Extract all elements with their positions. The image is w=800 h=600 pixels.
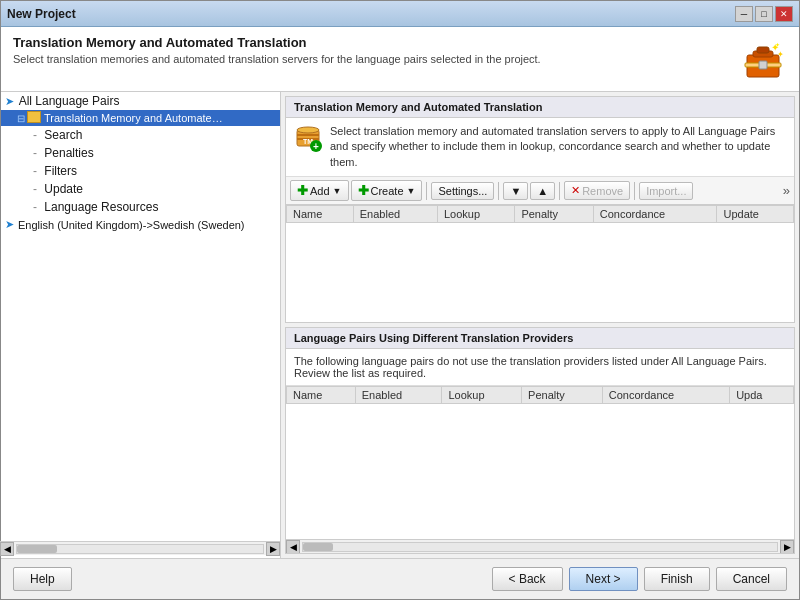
move-up-button[interactable]: ▲	[530, 182, 555, 200]
left-scroll-right-btn[interactable]: ▶	[266, 542, 280, 556]
create-plus-icon: ✚	[358, 183, 369, 198]
settings-button[interactable]: Settings...	[431, 182, 494, 200]
header-text: Translation Memory and Automated Transla…	[13, 35, 541, 65]
col-lookup: Lookup	[437, 206, 514, 223]
top-panel-toolbar: ✚ Add ▼ ✚ Create ▼ Settings...	[286, 177, 794, 205]
b-col-penalty: Penalty	[522, 387, 603, 404]
scroll-thumb	[303, 543, 333, 551]
b-col-concordance: Concordance	[602, 387, 729, 404]
left-panel: ➤ All Language Pairs ⊟ Translation Memor…	[1, 92, 281, 558]
move-down-button[interactable]: ▼	[503, 182, 528, 200]
move-up-icon: ▲	[537, 185, 548, 197]
toolbar-sep-2	[498, 182, 499, 200]
svg-text:✦: ✦	[775, 42, 780, 48]
cancel-button[interactable]: Cancel	[716, 567, 787, 591]
tree-item-all-language-pairs[interactable]: ➤ All Language Pairs	[1, 92, 280, 110]
b-col-upda: Upda	[730, 387, 794, 404]
toolbar-sep-3	[559, 182, 560, 200]
tm-icon: TM +	[294, 124, 322, 152]
add-button[interactable]: ✚ Add ▼	[290, 180, 349, 201]
create-button[interactable]: ✚ Create ▼	[351, 180, 423, 201]
right-panel: Translation Memory and Automated Transla…	[281, 92, 799, 558]
top-panel-description: TM + Select translation memory and autom…	[286, 118, 794, 177]
tree-item-tm-label: Translation Memory and Automated Transla…	[44, 112, 224, 124]
bottom-table-container: Name Enabled Lookup Penalty Concordance …	[286, 386, 794, 553]
tree-item-update[interactable]: - Update	[1, 180, 280, 198]
tree-item-language-pair[interactable]: ➤ English (United Kingdom)->Swedish (Swe…	[1, 216, 280, 233]
tree-item-filters[interactable]: - Filters	[1, 162, 280, 180]
back-button[interactable]: < Back	[492, 567, 563, 591]
more-button[interactable]: »	[783, 183, 790, 198]
window-controls: ─ □ ✕	[735, 6, 793, 22]
lang-arrow-icon: ➤	[5, 218, 14, 231]
top-panel-box: Translation Memory and Automated Transla…	[285, 96, 795, 323]
toolbox-icon: ✦ ✦ ✦	[741, 37, 785, 81]
add-label: Add	[310, 185, 330, 197]
lang-pair-label: English (United Kingdom)->Swedish (Swede…	[18, 219, 245, 231]
remove-x-icon: ✕	[571, 184, 580, 197]
bottom-table-area: Name Enabled Lookup Penalty Concordance …	[286, 386, 794, 539]
bottom-table: Name Enabled Lookup Penalty Concordance …	[286, 386, 794, 404]
dash-icon: -	[33, 146, 37, 160]
svg-rect-9	[297, 134, 319, 136]
dash-icon: -	[33, 182, 37, 196]
bottom-panel-box: Language Pairs Using Different Translati…	[285, 327, 795, 554]
title-bar: New Project ─ □ ✕	[1, 1, 799, 27]
tree-item-search-label: Search	[44, 128, 82, 142]
create-dropdown-icon: ▼	[407, 186, 416, 196]
col-concordance: Concordance	[593, 206, 717, 223]
help-button[interactable]: Help	[13, 567, 72, 591]
footer-left: Help	[13, 567, 72, 591]
svg-text:+: +	[313, 141, 319, 152]
svg-point-11	[297, 127, 319, 133]
toolbar-sep-4	[634, 182, 635, 200]
b-col-enabled: Enabled	[355, 387, 442, 404]
bottom-panel-description: The following language pairs do not use …	[286, 349, 794, 386]
add-dropdown-icon: ▼	[333, 186, 342, 196]
left-scroll-track[interactable]	[16, 544, 264, 554]
tree-item-search[interactable]: - Search	[1, 126, 280, 144]
dash-icon: -	[33, 164, 37, 178]
top-panel-desc-text: Select translation memory and automated …	[330, 124, 786, 170]
folder-icon	[27, 111, 41, 123]
bottom-panel-header: Language Pairs Using Different Translati…	[286, 328, 794, 349]
col-penalty: Penalty	[515, 206, 593, 223]
create-label: Create	[371, 185, 404, 197]
minimize-button[interactable]: ─	[735, 6, 753, 22]
left-panel-scrollbar[interactable]: ◀ ▶	[0, 541, 280, 555]
header-subtitle: Select translation memories and automate…	[13, 53, 541, 65]
scroll-left-btn[interactable]: ◀	[286, 540, 300, 554]
tree-item-language-resources[interactable]: - Language Resources	[1, 198, 280, 216]
col-name: Name	[287, 206, 354, 223]
import-button[interactable]: Import...	[639, 182, 693, 200]
window-title: New Project	[7, 7, 76, 21]
next-button[interactable]: Next >	[569, 567, 638, 591]
tree-item-tm-automated[interactable]: ⊟ Translation Memory and Automated Trans…	[1, 110, 280, 126]
tree-item-language-resources-label: Language Resources	[44, 200, 158, 214]
scroll-track[interactable]	[302, 542, 778, 552]
scroll-right-btn[interactable]: ▶	[780, 540, 794, 554]
top-table: Name Enabled Lookup Penalty Concordance …	[286, 205, 794, 223]
top-panel-icon: TM +	[294, 124, 322, 152]
tree-item-penalties[interactable]: - Penalties	[1, 144, 280, 162]
maximize-button[interactable]: □	[755, 6, 773, 22]
collapse-icon: ⊟	[17, 113, 25, 124]
b-col-lookup: Lookup	[442, 387, 522, 404]
add-plus-icon: ✚	[297, 183, 308, 198]
left-scroll-thumb	[17, 545, 57, 553]
col-enabled: Enabled	[353, 206, 437, 223]
top-panel-header: Translation Memory and Automated Transla…	[286, 97, 794, 118]
footer-right: < Back Next > Finish Cancel	[492, 567, 787, 591]
settings-label: Settings...	[438, 185, 487, 197]
finish-button[interactable]: Finish	[644, 567, 710, 591]
top-table-area: Name Enabled Lookup Penalty Concordance …	[286, 205, 794, 322]
remove-button[interactable]: ✕ Remove	[564, 181, 630, 200]
dash-icon: -	[33, 200, 37, 214]
arrow-icon: ➤	[5, 95, 14, 107]
bottom-scrollbar[interactable]: ◀ ▶	[286, 539, 794, 553]
left-scroll-left-btn[interactable]: ◀	[0, 542, 14, 556]
close-button[interactable]: ✕	[775, 6, 793, 22]
remove-label: Remove	[582, 185, 623, 197]
col-update: Update	[717, 206, 794, 223]
tree-item-penalties-label: Penalties	[44, 146, 93, 160]
